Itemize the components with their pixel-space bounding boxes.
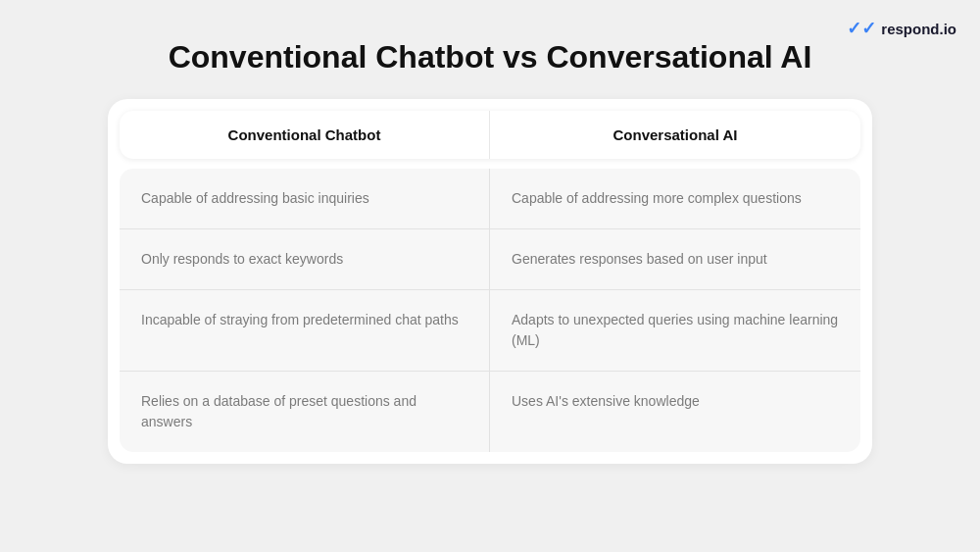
header-col2: Conversational AI (490, 111, 860, 159)
cell-ai-0: Capable of addressing more complex quest… (490, 169, 860, 228)
cell-ai-1: Generates responses based on user input (490, 229, 860, 289)
cell-chatbot-2: Incapable of straying from predetermined… (120, 290, 490, 371)
comparison-table: Capable of addressing basic inquiriesCap… (120, 169, 860, 452)
cell-chatbot-1: Only responds to exact keywords (120, 229, 490, 289)
header-col1: Conventional Chatbot (120, 111, 490, 159)
logo-text: respond.io (881, 21, 956, 37)
cell-ai-3: Uses AI's extensive knowledge (490, 372, 860, 452)
cell-ai-2: Adapts to unexpected queries using machi… (490, 290, 860, 371)
logo-icon: ✓✓ (847, 18, 876, 39)
table-row: Only responds to exact keywordsGenerates… (120, 229, 860, 290)
comparison-card: Conventional Chatbot Conversational AI C… (108, 99, 872, 464)
table-row: Capable of addressing basic inquiriesCap… (120, 169, 860, 229)
cell-chatbot-0: Capable of addressing basic inquiries (120, 169, 490, 228)
logo: ✓✓ respond.io (847, 18, 956, 39)
cell-chatbot-3: Relies on a database of preset questions… (120, 372, 490, 452)
table-header: Conventional Chatbot Conversational AI (120, 111, 860, 159)
table-row: Relies on a database of preset questions… (120, 372, 860, 452)
page-title: Conventional Chatbot vs Conversational A… (0, 39, 980, 75)
table-row: Incapable of straying from predetermined… (120, 290, 860, 372)
